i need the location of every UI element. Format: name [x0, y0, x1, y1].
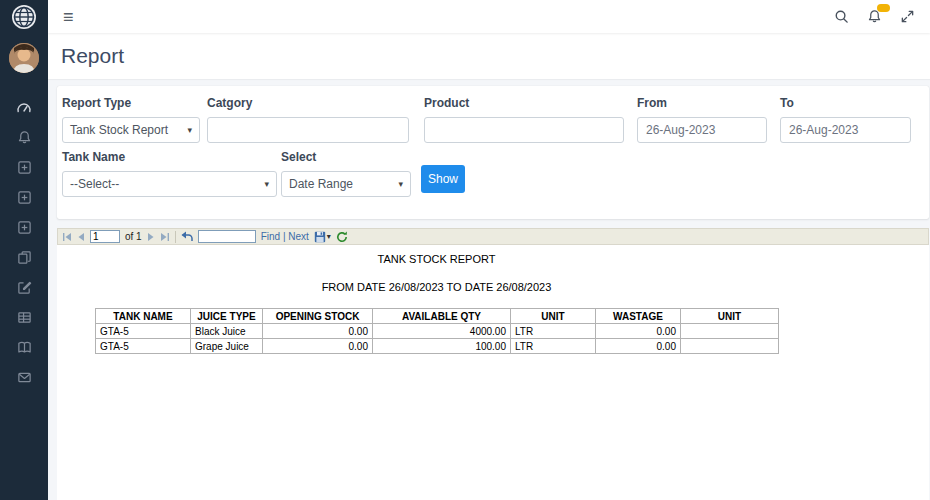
- report-content: TANK STOCK REPORT FROM DATE 26/08/2023 T…: [95, 245, 778, 354]
- show-button[interactable]: Show: [421, 165, 465, 193]
- col-header: JUICE TYPE: [191, 309, 263, 324]
- to-date-input[interactable]: [780, 117, 911, 143]
- col-header: UNIT: [681, 309, 779, 324]
- product-input[interactable]: [424, 117, 624, 143]
- sidebar-item-add-entry-1[interactable]: [0, 152, 48, 182]
- app-logo[interactable]: [0, 0, 48, 34]
- tank-name-label: Tank Name: [62, 150, 277, 164]
- report-title: TANK STOCK REPORT: [95, 253, 778, 265]
- sidebar-item-add-entry-2[interactable]: [0, 182, 48, 212]
- col-header: OPENING STOCK: [263, 309, 373, 324]
- report-table: TANK NAME JUICE TYPE OPENING STOCK AVAIL…: [95, 308, 779, 354]
- sidebar-item-reports[interactable]: [0, 332, 48, 362]
- refresh-button[interactable]: [336, 231, 348, 243]
- report-type-field: Report Type Tank Stock Report ▾: [62, 96, 200, 143]
- find-next-links[interactable]: Find | Next: [261, 231, 309, 242]
- page-number-input[interactable]: [90, 230, 120, 243]
- last-page-button[interactable]: [160, 232, 170, 242]
- dashboard-icon: [16, 99, 32, 115]
- hamburger-menu-icon[interactable]: ≡: [63, 8, 74, 26]
- cell-tank-name: GTA-5: [96, 339, 191, 354]
- sidebar-item-add-entry-3[interactable]: [0, 212, 48, 242]
- refresh-icon: [336, 231, 348, 243]
- to-date-label: To: [780, 96, 911, 110]
- plus-square-icon: [17, 190, 32, 205]
- sidebar-item-table[interactable]: [0, 302, 48, 332]
- edit-icon: [17, 280, 32, 295]
- col-header: AVAILABLE QTY: [373, 309, 511, 324]
- book-icon: [17, 340, 32, 355]
- tank-name-field: Tank Name --Select-- ▾: [62, 150, 277, 197]
- prev-page-button[interactable]: [77, 232, 85, 242]
- topbar: ≡: [48, 0, 930, 33]
- report-viewer-toolbar: of 1 Find | Next ▾: [57, 228, 929, 245]
- next-page-icon: [147, 232, 155, 242]
- cell-wastage: 0.00: [596, 324, 681, 339]
- plus-square-icon: [17, 160, 32, 175]
- sidebar: [0, 0, 48, 500]
- page-header: Report: [48, 33, 930, 79]
- prev-page-icon: [77, 232, 85, 242]
- cell-wastage: 0.00: [596, 339, 681, 354]
- report-viewer-body: TANK STOCK REPORT FROM DATE 26/08/2023 T…: [57, 245, 929, 500]
- first-page-icon: [62, 232, 72, 242]
- category-field: Catgory: [207, 96, 409, 143]
- sidebar-item-notifications[interactable]: [0, 122, 48, 152]
- search-icon[interactable]: [834, 9, 849, 24]
- plus-square-icon: [17, 220, 32, 235]
- range-select[interactable]: Date Range ▾: [281, 171, 411, 197]
- notifications-bell-icon[interactable]: [867, 9, 882, 24]
- sidebar-item-dashboard[interactable]: [0, 92, 48, 122]
- last-page-icon: [160, 232, 170, 242]
- page-title: Report: [61, 44, 124, 68]
- envelope-icon: [17, 370, 32, 385]
- report-date-range: FROM DATE 26/08/2023 TO DATE 26/08/2023: [95, 281, 778, 293]
- fullscreen-expand-icon[interactable]: [900, 9, 915, 24]
- product-label: Product: [424, 96, 624, 110]
- sidebar-menu: [0, 92, 48, 392]
- next-page-button[interactable]: [147, 232, 155, 242]
- report-filter-card: Report Type Tank Stock Report ▾ Catgory …: [57, 86, 929, 219]
- cell-juice-type: Black Juice: [191, 324, 263, 339]
- export-dropdown-button[interactable]: ▾: [314, 231, 331, 243]
- avatar-photo: [8, 42, 40, 74]
- cell-available-qty: 4000.00: [373, 324, 511, 339]
- cell-unit-2: [681, 339, 779, 354]
- col-header: WASTAGE: [596, 309, 681, 324]
- notification-badge: [877, 4, 890, 12]
- bell-icon: [17, 130, 32, 145]
- cell-tank-name: GTA-5: [96, 324, 191, 339]
- cell-unit: LTR: [511, 324, 596, 339]
- category-label: Catgory: [207, 96, 409, 110]
- cell-unit-2: [681, 324, 779, 339]
- report-type-label: Report Type: [62, 96, 200, 110]
- cell-available-qty: 100.00: [373, 339, 511, 354]
- range-label: Select: [281, 150, 411, 164]
- cell-unit: LTR: [511, 339, 596, 354]
- sidebar-item-documents[interactable]: [0, 242, 48, 272]
- cell-opening-stock: 0.00: [263, 324, 373, 339]
- col-header: UNIT: [511, 309, 596, 324]
- find-text-input[interactable]: [198, 230, 256, 243]
- user-avatar[interactable]: [8, 42, 40, 78]
- parent-report-button[interactable]: [181, 231, 193, 242]
- table-header-row: TANK NAME JUICE TYPE OPENING STOCK AVAIL…: [96, 309, 779, 324]
- from-date-input[interactable]: [637, 117, 767, 143]
- globe-logo-icon: [11, 4, 37, 30]
- col-header: TANK NAME: [96, 309, 191, 324]
- sidebar-item-messages[interactable]: [0, 362, 48, 392]
- page-count-label: of 1: [125, 231, 142, 242]
- cell-juice-type: Grape Juice: [191, 339, 263, 354]
- table-row: GTA-5 Black Juice 0.00 4000.00 LTR 0.00: [96, 324, 779, 339]
- export-caret-icon: ▾: [327, 232, 331, 241]
- tank-name-select[interactable]: --Select-- ▾: [62, 171, 277, 197]
- tank-name-value: --Select--: [70, 177, 119, 191]
- category-input[interactable]: [207, 117, 409, 143]
- sidebar-item-edit[interactable]: [0, 272, 48, 302]
- topbar-actions: [834, 9, 915, 24]
- product-field: Product: [424, 96, 624, 143]
- table-row: GTA-5 Grape Juice 0.00 100.00 LTR 0.00: [96, 339, 779, 354]
- from-date-field: From: [637, 96, 767, 143]
- first-page-button[interactable]: [62, 232, 72, 242]
- report-type-select[interactable]: Tank Stock Report ▾: [62, 117, 200, 143]
